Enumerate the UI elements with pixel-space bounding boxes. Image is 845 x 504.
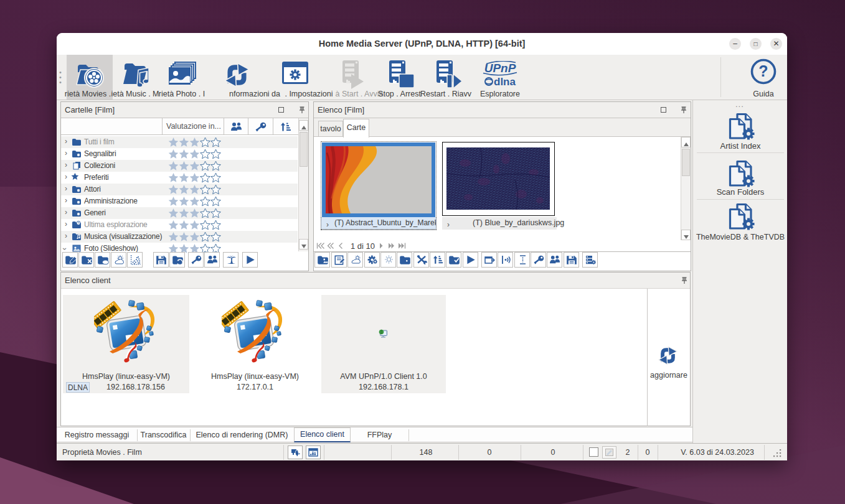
svg-text:dlna: dlna bbox=[494, 76, 516, 88]
svg-text:UPnP: UPnP bbox=[484, 62, 516, 75]
svg-text:?: ? bbox=[758, 62, 768, 80]
